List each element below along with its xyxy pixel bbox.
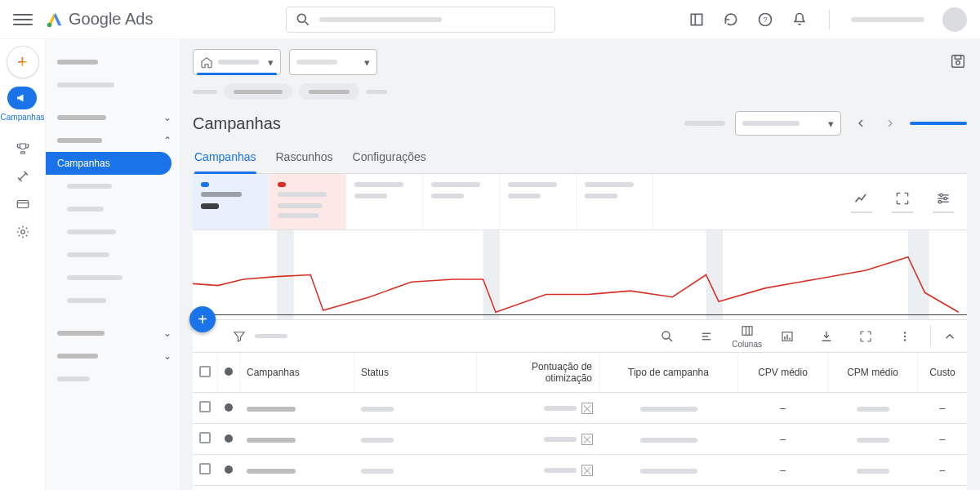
svg-rect-21 xyxy=(483,230,501,319)
main-content: ▾ ▾ Campanhas ▾ xyxy=(180,39,980,490)
performance-chart[interactable]: + xyxy=(193,230,967,320)
rail-billing[interactable] xyxy=(7,192,39,216)
col-opt-score[interactable]: Pontuação de otimização xyxy=(477,353,599,393)
side-section-5[interactable]: ⌄ xyxy=(46,345,180,368)
chevron-up-icon xyxy=(942,329,957,344)
campaigns-table: Campanhas Status Pontuação de otimização… xyxy=(193,352,967,490)
search-input[interactable] xyxy=(286,7,555,33)
adjust-button[interactable] xyxy=(926,190,960,213)
tab-drafts[interactable]: Rascunhos xyxy=(276,142,333,173)
rail-settings[interactable] xyxy=(7,220,39,244)
collapse-button[interactable] xyxy=(942,329,957,344)
crumb-item[interactable] xyxy=(366,90,387,94)
sliders-icon xyxy=(935,190,951,207)
download-button[interactable] xyxy=(813,329,840,344)
notifications-icon[interactable] xyxy=(791,11,808,28)
app-logo[interactable]: Google Ads xyxy=(46,10,153,29)
expand-icon xyxy=(894,190,911,207)
caret-down-icon: ▾ xyxy=(364,56,370,69)
col-cpv[interactable]: CPV médio xyxy=(738,353,828,393)
row-checkbox[interactable] xyxy=(199,401,211,412)
summary-card-5[interactable] xyxy=(500,174,577,229)
summary-card-6[interactable] xyxy=(577,174,653,229)
rail-campaigns[interactable] xyxy=(7,87,37,109)
side-link[interactable] xyxy=(46,243,180,266)
rail-goals[interactable] xyxy=(7,136,39,161)
table-row[interactable]: – – xyxy=(193,455,967,486)
row-checkbox[interactable] xyxy=(199,463,211,474)
columns-button[interactable]: Colunas xyxy=(732,323,762,349)
table-row[interactable]: – – xyxy=(193,486,967,491)
chevron-left-icon xyxy=(854,117,867,130)
col-type[interactable]: Tipo de campanha xyxy=(599,353,738,393)
summary-card-3[interactable] xyxy=(346,174,423,229)
crumb-chip[interactable] xyxy=(299,83,359,100)
side-link[interactable] xyxy=(46,266,180,289)
row-checkbox[interactable] xyxy=(199,432,211,443)
rail-tools[interactable] xyxy=(7,164,39,189)
home-icon xyxy=(200,56,213,69)
side-section-2[interactable]: ⌄ xyxy=(46,106,180,129)
side-section-1[interactable] xyxy=(46,51,180,74)
svg-point-12 xyxy=(956,61,960,65)
account-label[interactable] xyxy=(851,17,924,22)
side-link[interactable] xyxy=(46,289,180,312)
side-link[interactable] xyxy=(46,220,180,243)
svg-point-1 xyxy=(298,14,306,22)
side-link[interactable] xyxy=(46,198,180,220)
tab-campaigns[interactable]: Campanhas xyxy=(194,142,256,173)
svg-point-25 xyxy=(662,332,670,339)
col-cpm[interactable]: CPM médio xyxy=(828,353,918,393)
crumb-chip[interactable] xyxy=(224,83,292,100)
next-period-button[interactable] xyxy=(880,114,900,133)
save-view-icon[interactable] xyxy=(949,52,967,70)
segment-button[interactable] xyxy=(693,329,720,344)
summary-card-1[interactable] xyxy=(193,174,270,229)
table-row[interactable]: – – xyxy=(193,393,967,424)
side-link[interactable] xyxy=(46,74,180,96)
filter-icon[interactable] xyxy=(232,329,247,344)
crumb-item[interactable] xyxy=(193,90,217,94)
svg-rect-34 xyxy=(784,336,786,340)
side-link[interactable] xyxy=(46,175,180,198)
expand-button[interactable] xyxy=(885,190,920,213)
app-title: Google Ads xyxy=(69,10,153,29)
side-section-3[interactable]: ⌃ xyxy=(46,129,180,152)
side-section-4[interactable]: ⌄ xyxy=(46,322,180,345)
menu-icon[interactable] xyxy=(13,10,33,29)
prev-period-button[interactable] xyxy=(851,114,871,133)
help-icon[interactable]: ? xyxy=(757,11,773,28)
add-button[interactable]: + xyxy=(189,306,216,332)
select-all-checkbox[interactable] xyxy=(199,366,211,377)
segment-icon xyxy=(699,329,714,344)
side-item-campaigns[interactable]: Campanhas xyxy=(46,152,172,175)
tab-settings[interactable]: Configurações xyxy=(353,142,426,173)
caret-down-icon: ▾ xyxy=(828,118,834,130)
table-row[interactable]: – – xyxy=(193,424,967,455)
date-range-selector[interactable]: ▾ xyxy=(735,111,841,136)
scope-campaign-selector[interactable]: ▾ xyxy=(289,49,377,75)
tools-icon xyxy=(16,169,30,184)
refresh-icon[interactable] xyxy=(723,11,739,28)
megaphone-icon xyxy=(15,91,29,105)
summary-card-2[interactable] xyxy=(270,174,346,229)
caret-down-icon: ▾ xyxy=(268,56,274,69)
table-search-button[interactable] xyxy=(653,329,681,344)
campaign-name[interactable] xyxy=(247,407,296,412)
col-campaigns[interactable]: Campanhas xyxy=(240,353,354,393)
new-campaign-button[interactable]: + xyxy=(7,46,39,78)
reports-icon[interactable] xyxy=(688,11,705,28)
col-status[interactable]: Status xyxy=(354,353,477,393)
col-cost[interactable]: Custo xyxy=(918,353,968,393)
summary-card-4[interactable] xyxy=(423,174,500,229)
chart-toggle-button[interactable] xyxy=(844,190,879,213)
app-header: Google Ads ? xyxy=(0,0,980,39)
svg-rect-13 xyxy=(955,56,960,60)
more-button[interactable] xyxy=(891,329,919,344)
expand-table-button[interactable] xyxy=(852,329,880,344)
svg-rect-8 xyxy=(17,201,29,208)
reports-button[interactable] xyxy=(773,329,801,344)
scope-account-selector[interactable]: ▾ xyxy=(193,49,281,75)
avatar[interactable] xyxy=(942,7,967,32)
side-link[interactable] xyxy=(46,368,180,390)
